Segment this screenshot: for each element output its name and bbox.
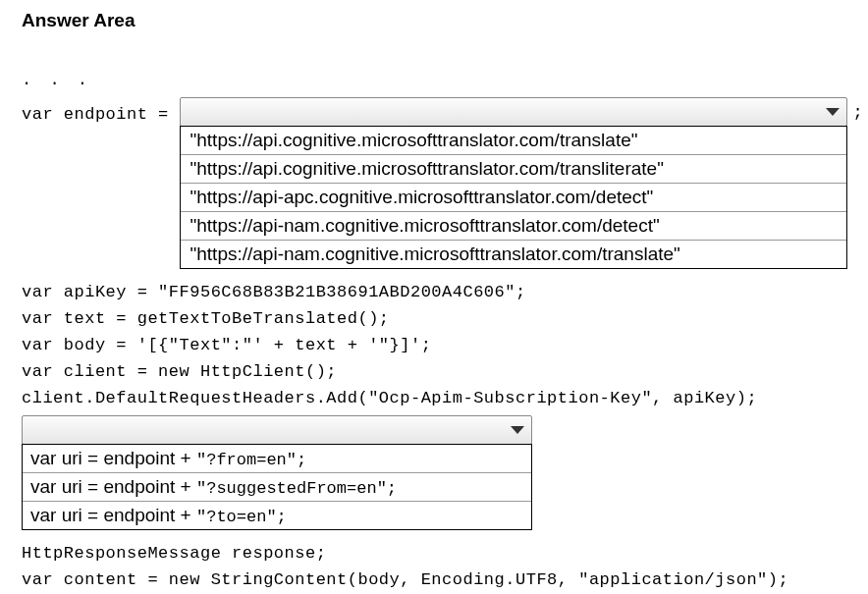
endpoint-option[interactable]: "https://api-nam.cognitive.microsofttran… — [181, 241, 846, 268]
endpoint-option[interactable]: "https://api.cognitive.microsofttranslat… — [181, 127, 846, 155]
uri-option[interactable]: var uri = endpoint + "?suggestedFrom=en"… — [23, 473, 531, 502]
code-line-body: var body = '[{"Text":"' + text + '"}]'; — [22, 336, 846, 354]
code-line-header: client.DefaultRequestHeaders.Add("Ocp-Ap… — [22, 389, 846, 407]
ellipsis-top: . . . — [22, 71, 846, 89]
svg-marker-0 — [826, 108, 840, 116]
endpoint-var-label: var endpoint = — [22, 97, 180, 124]
uri-option[interactable]: var uri = endpoint + "?to=en"; — [23, 502, 531, 529]
chevron-down-icon — [825, 107, 841, 117]
code-line-responsedecl: HttpResponseMessage response; — [22, 544, 846, 563]
code-line-content: var content = new StringContent(body, En… — [22, 570, 846, 589]
code-line-apikey: var apiKey = "FF956C68B83B21B38691ABD200… — [22, 283, 846, 301]
uri-option-suffix: "?suggestedFrom=en"; — [196, 479, 397, 498]
uri-options-list: var uri = endpoint + "?from=en"; var uri… — [22, 444, 532, 530]
page-title: Answer Area — [22, 10, 846, 31]
chevron-down-icon — [510, 425, 525, 435]
code-line-text: var text = getTextToBeTranslated(); — [22, 309, 846, 328]
endpoint-dropdown[interactable] — [180, 97, 847, 127]
uri-option-suffix: "?from=en"; — [196, 451, 306, 469]
uri-option-prefix: var uri = endpoint + — [30, 476, 196, 497]
endpoint-options-list: "https://api.cognitive.microsofttranslat… — [180, 126, 847, 269]
code-line-client: var client = new HttpClient(); — [22, 362, 846, 381]
endpoint-option[interactable]: "https://api-apc.cognitive.microsofttran… — [181, 184, 846, 212]
svg-marker-1 — [511, 426, 524, 434]
uri-option-prefix: var uri = endpoint + — [30, 505, 196, 525]
endpoint-semicolon: ; — [847, 97, 863, 122]
uri-option-prefix: var uri = endpoint + — [30, 448, 196, 468]
endpoint-option[interactable]: "https://api-nam.cognitive.microsofttran… — [181, 212, 846, 241]
uri-option[interactable]: var uri = endpoint + "?from=en"; — [23, 445, 531, 473]
endpoint-option[interactable]: "https://api.cognitive.microsofttranslat… — [181, 155, 846, 184]
uri-dropdown[interactable] — [22, 415, 532, 445]
uri-option-suffix: "?to=en"; — [196, 508, 287, 526]
